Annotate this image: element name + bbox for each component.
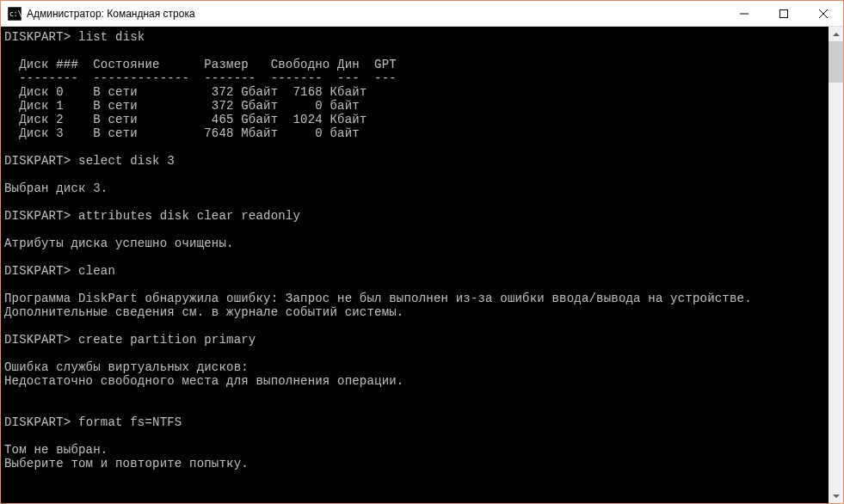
- response: Дополнительные сведения см. в журнале со…: [4, 305, 404, 319]
- prompt: DISKPART>: [4, 154, 71, 168]
- response: Том не выбран.: [4, 443, 108, 457]
- minimize-button[interactable]: [724, 1, 764, 27]
- table-row: Диск 0 В сети 372 Gбайт 7168 Кбайт: [4, 85, 367, 99]
- table-row: Диск 1 В сети 372 Gбайт 0 байт: [4, 99, 360, 113]
- prompt: DISKPART>: [4, 333, 71, 347]
- cmd: select disk 3: [78, 154, 175, 168]
- cmd: create partition primary: [78, 333, 256, 347]
- window: c:\ Администратор: Командная строка DISK…: [1, 1, 843, 503]
- table-row: Диск 3 В сети 7648 Mбайт 0 байт: [4, 126, 360, 140]
- response: Выбран диск 3.: [4, 181, 108, 195]
- cmd-icon: c:\: [8, 7, 22, 21]
- response: Программа DiskPart обнаружила ошибку: За…: [4, 292, 752, 305]
- cmd: format fs=NTFS: [78, 415, 182, 429]
- svg-text:c:\: c:\: [9, 10, 22, 18]
- svg-marker-6: [833, 33, 840, 36]
- response: Ошибка службы виртуальных дисков:: [4, 360, 249, 374]
- titlebar[interactable]: c:\ Администратор: Командная строка: [1, 1, 843, 27]
- prompt: DISKPART>: [4, 264, 71, 278]
- prompt: DISKPART>: [4, 209, 71, 223]
- prompt: DISKPART>: [4, 30, 71, 44]
- cmd: attributes disk clear readonly: [78, 209, 300, 223]
- cmd: clean: [78, 264, 115, 278]
- response: Недостаточно свободного места для выполн…: [4, 374, 404, 388]
- vertical-scrollbar[interactable]: [829, 27, 843, 503]
- response: Атрибуты диска успешно очищены.: [4, 237, 234, 250]
- svg-rect-3: [780, 10, 788, 18]
- scrollbar-thumb[interactable]: [829, 41, 843, 83]
- close-button[interactable]: [804, 1, 843, 27]
- svg-marker-7: [833, 495, 840, 498]
- window-controls: [724, 1, 843, 27]
- table-divider: -------- ------------- ------- ------- -…: [4, 71, 397, 85]
- window-title: Администратор: Командная строка: [27, 8, 195, 20]
- table-row: Диск 2 В сети 465 Gбайт 1024 Кбайт: [4, 113, 367, 126]
- scroll-down-button[interactable]: [829, 489, 843, 503]
- cmd: list disk: [78, 30, 145, 44]
- table-header: Диск ### Состояние Размер Свободно Дин G…: [4, 58, 397, 71]
- terminal-output: DISKPART> list disk Диск ### Состояние Р…: [4, 30, 829, 470]
- terminal-area: DISKPART> list disk Диск ### Состояние Р…: [1, 27, 843, 503]
- terminal[interactable]: DISKPART> list disk Диск ### Состояние Р…: [1, 27, 829, 503]
- scroll-up-button[interactable]: [829, 27, 843, 41]
- response: Выберите том и повторите попытку.: [4, 457, 249, 470]
- prompt: DISKPART>: [4, 415, 71, 429]
- maximize-button[interactable]: [764, 1, 804, 27]
